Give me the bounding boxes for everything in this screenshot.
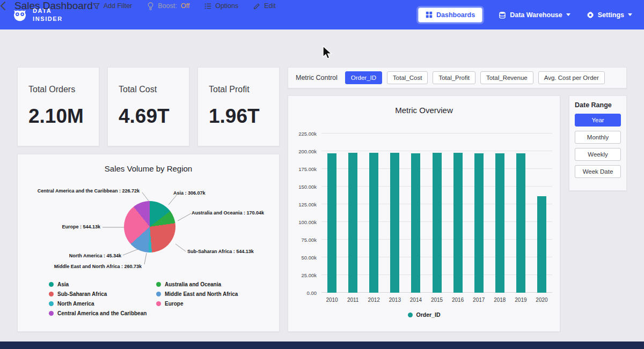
y-axis-tick-label: 175.00k: [298, 166, 317, 172]
settings-menu[interactable]: Settings: [587, 11, 632, 19]
pie-legend-label: North America: [57, 301, 94, 307]
pie-legend-item-australia-and-oceania: Australia and Oceania: [156, 281, 264, 287]
x-axis-tick-label: 2017: [473, 297, 485, 303]
legend-dot: [156, 301, 161, 306]
x-axis-tick-label: 2012: [368, 297, 380, 303]
legend-dot: [156, 282, 161, 287]
metric-button-total-revenue[interactable]: Total_Revenue: [480, 71, 533, 84]
data-warehouse-menu[interactable]: Data Warehouse: [499, 11, 570, 19]
bar-column-2013: 2013: [384, 133, 405, 293]
metric-button-avg-cost-per-order[interactable]: Avg. Cost per Order: [538, 71, 605, 84]
pie-legend-item-central-america-and-the-caribbean: Central America and the Caribbean: [49, 310, 156, 316]
edit-label: Edit: [264, 2, 276, 10]
bar-column-2011: 2011: [342, 133, 363, 293]
navbar-right: Dashboards Data Warehouse: [418, 8, 632, 23]
x-axis-tick-label: 2010: [326, 297, 338, 303]
dashboards-button[interactable]: Dashboards: [418, 8, 482, 23]
pie-slice-label-central-america-and-the-caribbean: Central America and the Caribbean : 226.…: [38, 188, 140, 194]
date-range-button-monthly[interactable]: Monthly: [575, 131, 621, 144]
y-axis-tick-label: 0.00: [307, 290, 317, 296]
bar-chart-card: Metric Overview 0.0025.00k50.00k75.00k10…: [288, 95, 560, 332]
bar-column-2014: 2014: [405, 133, 426, 293]
kpi-card-total-profit: Total Profit1.96T: [197, 67, 280, 146]
dashboard-header: Sales Dashboard Add Filter Boost: Off: [0, 0, 276, 12]
pie-legend-label: Asia: [57, 281, 69, 287]
y-axis-tick-label: 50.00k: [301, 255, 317, 261]
pie-slice-label-middle-east-and-north-africa: Middle East and North Africa : 260.73k: [54, 264, 142, 269]
app-name-line2: INSIDER: [33, 15, 63, 23]
metric-button-order-id[interactable]: Order_ID: [345, 71, 382, 84]
bar-2019: [516, 153, 525, 293]
grid-icon: [426, 11, 433, 18]
back-button[interactable]: [0, 1, 6, 11]
bar-legend-label: Order_ID: [416, 311, 441, 318]
pie-legend-item-europe: Europe: [156, 301, 264, 307]
date-range-label: Date Range: [575, 101, 621, 109]
mouse-cursor: [322, 46, 333, 63]
boost-state: Off: [181, 2, 189, 10]
pie-slice-label-sub-saharan-africa: Sub-Saharan Africa : 544.13k: [187, 249, 254, 254]
bar-column-2018: 2018: [489, 133, 510, 293]
bar-column-2015: 2015: [426, 133, 447, 293]
app-window: DATA INSIDER Dashboards: [0, 0, 644, 349]
bar-2013: [390, 153, 399, 293]
y-axis-tick-label: 75.00k: [301, 237, 317, 243]
bar-2014: [411, 153, 420, 293]
pie-legend-label: Europe: [165, 301, 183, 307]
pie-slice-label-europe: Europe : 544.13k: [62, 224, 100, 229]
pie-legend-item-sub-saharan-africa: Sub-Saharan Africa: [49, 291, 156, 297]
bar-column-2010: 2010: [321, 133, 342, 293]
add-filter-button[interactable]: Add Filter: [93, 2, 133, 10]
pie-legend-item-north-america: North America: [49, 301, 156, 307]
pie-legend-label: Middle East and North Africa: [165, 291, 238, 297]
x-axis-tick-label: 2013: [389, 297, 401, 303]
bar-2015: [433, 153, 442, 293]
bar-column-2016: 2016: [448, 133, 469, 293]
metric-control-buttons: Order_IDTotal_CostTotal_ProfitTotal_Reve…: [345, 71, 605, 84]
pie-legend-item-asia: Asia: [49, 281, 156, 287]
database-icon: [499, 11, 506, 19]
footer-bar: [0, 341, 644, 349]
x-axis-tick-label: 2015: [431, 297, 443, 303]
kpi-value: 4.69T: [119, 105, 178, 128]
date-range-button-weekly[interactable]: Weekly: [575, 148, 621, 161]
page-title: Sales Dashboard: [14, 0, 93, 12]
kpi-label: Total Orders: [28, 85, 88, 94]
x-axis-tick-label: 2016: [452, 297, 464, 303]
pie-chart-card: Sales Volume by Region Asia : 306.07kAus…: [17, 154, 280, 332]
kpi-label: Total Cost: [119, 85, 178, 94]
kpi-label: Total Profit: [209, 85, 268, 94]
pie: [124, 201, 175, 253]
metric-button-total-profit[interactable]: Total_Profit: [433, 71, 475, 84]
bar-plot: 0.0025.00k50.00k75.00k100.00k125.00k150.…: [321, 133, 552, 293]
date-range-panel: Date Range YearMonthlyWeeklyWeek Date: [569, 95, 627, 191]
boost-toggle[interactable]: Boost: Off: [147, 2, 189, 10]
date-range-button-year[interactable]: Year: [575, 114, 621, 127]
bar-2012: [369, 153, 378, 293]
metric-button-total-cost[interactable]: Total_Cost: [387, 71, 428, 84]
chevron-down-icon: [566, 13, 570, 16]
y-axis-tick-label: 150.00k: [298, 184, 317, 190]
x-axis-tick-label: 2019: [515, 297, 526, 303]
gear-icon: [587, 11, 594, 19]
pie-area: Asia : 306.07kAustralia and Oceania : 17…: [18, 179, 280, 274]
date-range-button-week-date[interactable]: Week Date: [575, 165, 621, 178]
list-icon: [204, 3, 211, 10]
bar-series: 2010201120122013201420152016201720182019…: [321, 133, 552, 293]
pie-legend: AsiaSub-Saharan AfricaNorth AmericaCentr…: [18, 281, 279, 320]
metric-control-bar: Metric Control Order_IDTotal_CostTotal_P…: [288, 67, 627, 88]
bar-2016: [453, 153, 463, 293]
bar-column-2012: 2012: [363, 133, 384, 293]
pie-legend-label: Central America and the Caribbean: [57, 310, 147, 316]
y-axis-tick-label: 100.00k: [298, 219, 317, 225]
bar-2010: [327, 153, 336, 293]
legend-dot: [49, 311, 54, 316]
options-button[interactable]: Options: [204, 2, 238, 10]
legend-dot: [49, 301, 54, 306]
pie-slice-label-asia: Asia : 306.07k: [173, 190, 206, 196]
dashboards-label: Dashboards: [436, 11, 475, 19]
boost-icon: [147, 2, 154, 10]
pencil-icon: [253, 3, 260, 10]
x-axis-tick-label: 2018: [494, 297, 506, 303]
edit-button[interactable]: Edit: [253, 2, 276, 10]
